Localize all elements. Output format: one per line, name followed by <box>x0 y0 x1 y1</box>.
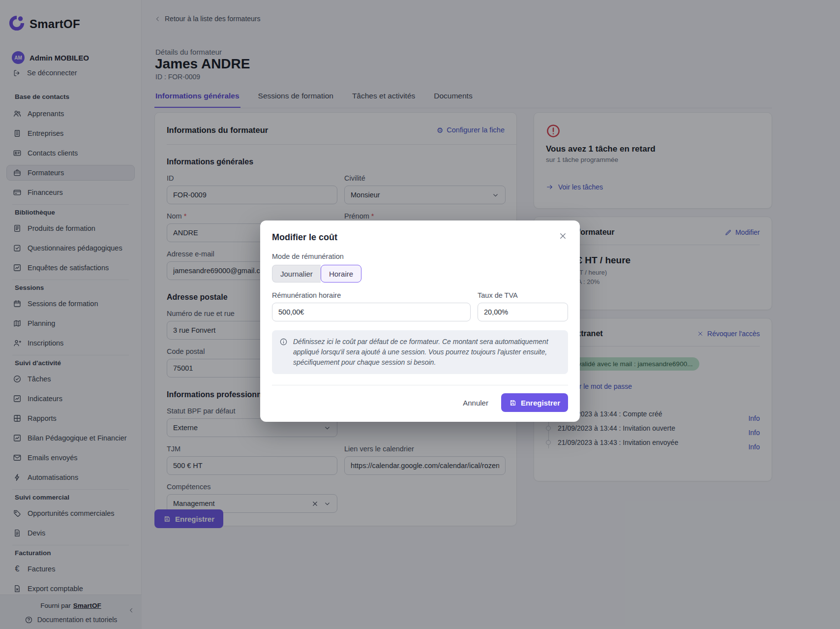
mode-journalier-button[interactable]: Journalier <box>272 265 321 283</box>
vat-rate-field[interactable] <box>478 303 568 321</box>
close-modal-button[interactable] <box>558 231 568 241</box>
edit-cost-modal: Modifier le coût Mode de rémunération Jo… <box>260 220 580 422</box>
info-icon <box>279 338 288 368</box>
hourly-rate-label: Rémunération horaire <box>272 291 471 299</box>
remuneration-mode-label: Mode de rémunération <box>272 252 568 260</box>
mode-horaire-button[interactable]: Horaire <box>321 265 361 283</box>
modal-title: Modifier le coût <box>272 232 337 243</box>
cost-info-note: Définissez ici le coût par défaut de ce … <box>272 330 568 374</box>
save-cost-button[interactable]: Enregistrer <box>501 393 568 412</box>
hourly-rate-field[interactable] <box>272 303 471 321</box>
save-label: Enregistrer <box>521 399 560 407</box>
save-icon <box>509 399 516 407</box>
remuneration-mode-toggle: Journalier Horaire <box>272 265 361 283</box>
vat-rate-label: Taux de TVA <box>478 291 568 299</box>
divider <box>272 385 568 385</box>
app-root: SmartOF AM Admin MOBILEO Se déconnecter … <box>0 0 840 629</box>
cost-info-text: Définissez ici le coût par défaut de ce … <box>293 337 561 368</box>
cancel-button[interactable]: Annuler <box>463 399 488 407</box>
